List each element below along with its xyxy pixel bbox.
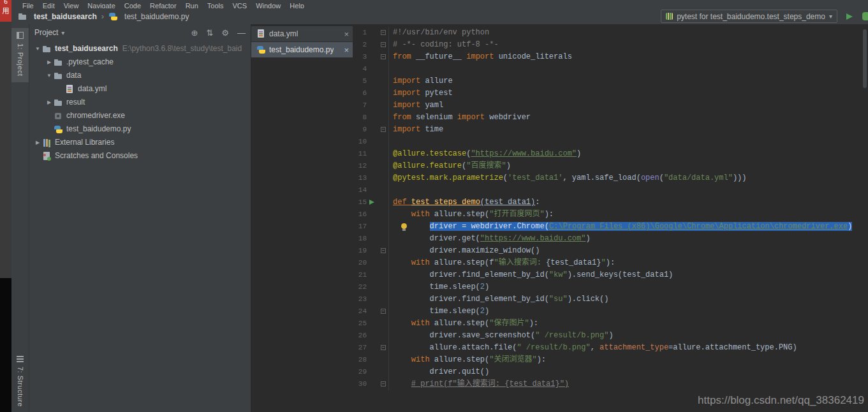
tree-down-arrow-icon[interactable]: ▼	[45, 69, 54, 82]
chevron-down-icon[interactable]: ▾	[61, 29, 64, 36]
menu-item-vcs[interactable]: VCS	[228, 2, 252, 8]
fold-icon[interactable]	[381, 42, 386, 47]
fold-icon[interactable]	[381, 30, 386, 35]
code-line-2[interactable]: 2# -*- coding: utf-8 -*-	[353, 39, 868, 51]
code-line-9[interactable]: 9import time	[353, 124, 868, 136]
run-configuration-select[interactable]: pytest for test_baidudemo.test_steps_dem…	[661, 10, 837, 23]
menu-item-help[interactable]: Help	[285, 2, 309, 8]
code-line-25[interactable]: 25 with allure.step("保存图片"):	[353, 318, 868, 330]
code-line-24[interactable]: 24 time.sleep(2)	[353, 305, 868, 318]
code-area[interactable]: 1#!/usr/bin/env python2# -*- coding: utf…	[353, 24, 868, 390]
code-line-26[interactable]: 26 driver.save_screenshot(" /result/b.pn…	[353, 330, 868, 342]
tree-item-test_baidudemo.py[interactable]: test_baidudemo.py	[29, 122, 251, 136]
code-line-15[interactable]: 15def test_steps_demo(test_data1):	[353, 196, 868, 209]
code-line-29[interactable]: 29 driver.quit()	[353, 366, 868, 378]
code-line-21[interactable]: 21 driver.find_element_by_id("kw").send_…	[353, 269, 868, 281]
menu-item-code[interactable]: Code	[120, 2, 145, 8]
fold-icon[interactable]	[381, 309, 386, 314]
editor[interactable]: 1#!/usr/bin/env python2# -*- coding: utf…	[353, 24, 868, 412]
collapse-all-icon[interactable]: ⇅	[206, 29, 213, 37]
intention-bulb-icon[interactable]	[401, 223, 407, 229]
tree-right-arrow-icon[interactable]: ▶	[33, 136, 42, 149]
code-line-19[interactable]: 19 driver.maximize_window()	[353, 245, 868, 257]
menu-item-tools[interactable]: Tools	[203, 2, 228, 8]
menu-item-view[interactable]: View	[59, 2, 84, 8]
tree-item-data[interactable]: ▼data	[29, 69, 251, 82]
editor-tab-data.yml[interactable]: data.yml×	[251, 26, 353, 42]
tree-item-data.yml[interactable]: data.yml	[29, 82, 251, 96]
code-line-30[interactable]: 30 # print(f"输入搜索词: {test_data1}")	[353, 378, 868, 390]
run-button[interactable]	[846, 13, 853, 20]
menu-item-navigate[interactable]: Navigate	[83, 2, 119, 8]
fold-icon[interactable]	[381, 381, 386, 386]
menu-item-file[interactable]: File	[18, 2, 38, 8]
code-line-18[interactable]: 18 driver.get("https://www.baidu.com")	[353, 233, 868, 245]
hide-panel-icon[interactable]: —	[237, 29, 246, 37]
project-panel-title[interactable]: Project	[34, 28, 58, 37]
tree-right-arrow-icon[interactable]: ▶	[45, 55, 54, 69]
code-line-17[interactable]: 17 driver = webdriver.Chrome(C:\Program …	[353, 221, 868, 233]
code-token: "kw"	[549, 270, 568, 279]
code-line-5[interactable]: 5import allure	[353, 75, 868, 87]
code-line-23[interactable]: 23 driver.find_element_by_id("su").click…	[353, 293, 868, 305]
fold-icon[interactable]	[381, 345, 386, 350]
tree-down-arrow-icon[interactable]: ▼	[33, 42, 42, 55]
locate-icon[interactable]: ⊕	[191, 29, 198, 37]
menu-item-run[interactable]: Run	[181, 2, 203, 8]
line-number: 7	[353, 99, 367, 112]
py-icon	[54, 125, 63, 134]
code-line-13[interactable]: 13@pytest.mark.parametrize('test_data1',…	[353, 172, 868, 184]
breadcrumb-project[interactable]: test_baidusearch	[34, 12, 97, 21]
code-line-28[interactable]: 28 with allure.step("关闭浏览器"):	[353, 354, 868, 366]
gutter-actions	[367, 257, 389, 269]
tree-item-.pytest_cache[interactable]: ▶.pytest_cache	[29, 55, 251, 69]
code-line-7[interactable]: 7import yaml	[353, 99, 868, 112]
menu-item-edit[interactable]: Edit	[38, 2, 59, 8]
fold-icon[interactable]	[381, 248, 386, 253]
code-line-22[interactable]: 22 time.sleep(2)	[353, 281, 868, 293]
code-token: (	[503, 173, 508, 182]
code-text: driver.save_screenshot(" /result/b.png")	[393, 330, 614, 342]
tree-item-chromedriver.exe[interactable]: chromedriver.exe	[29, 109, 251, 122]
code-line-3[interactable]: 3from __future__ import unicode_literals	[353, 51, 868, 63]
tool-tab-project[interactable]: 1: Project	[11, 28, 29, 82]
code-token: )	[485, 283, 489, 291]
code-text: with allure.step("关闭浏览器"):	[393, 354, 546, 366]
code-line-12[interactable]: 12@allure.feature("百度搜索")	[353, 160, 868, 172]
breadcrumb-file[interactable]: test_baidudemo.py	[124, 12, 189, 21]
debug-icon[interactable]	[862, 12, 868, 20]
tree-item-result[interactable]: ▶result	[29, 96, 251, 109]
editor-tab-test_baidudemo.py[interactable]: test_baidudemo.py×	[251, 42, 353, 58]
code-line-27[interactable]: 27 allure.attach.file(" /result/b.png", …	[353, 342, 868, 354]
tree-right-arrow-icon[interactable]: ▶	[45, 96, 54, 109]
code-line-4[interactable]: 4	[353, 63, 868, 75]
code-line-11[interactable]: 11@allure.testcase("https://www.baidu.co…	[353, 148, 868, 160]
tree-item-test_baidusearch[interactable]: ▼test_baidusearchE:\python3.6.8\test_stu…	[29, 42, 251, 55]
settings-gear-icon[interactable]: ⚙	[221, 29, 229, 37]
tree-item-scratches and consoles[interactable]: Scratches and Consoles	[29, 149, 251, 163]
code-token: 2	[480, 307, 485, 316]
code-line-1[interactable]: 1#!/usr/bin/env python	[353, 27, 868, 39]
close-tab-icon[interactable]: ×	[340, 29, 349, 39]
code-line-20[interactable]: 20 with allure.step(f"输入搜索词: {test_data1…	[353, 257, 868, 269]
code-line-14[interactable]: 14	[353, 184, 868, 196]
code-token: :	[535, 198, 540, 207]
menu-item-refactor[interactable]: Refactor	[145, 2, 181, 8]
menu-item-window[interactable]: Window	[251, 2, 285, 8]
code-line-10[interactable]: 10	[353, 136, 868, 148]
editor-scrollbar[interactable]	[862, 24, 868, 412]
code-line-6[interactable]: 6import pytest	[353, 87, 868, 99]
run-test-icon[interactable]	[369, 200, 374, 205]
tool-tab-project-label: 1: Project	[17, 43, 24, 76]
tool-tab-structure[interactable]: 7: Structure	[11, 356, 29, 407]
line-number: 20	[353, 257, 367, 269]
line-number: 11	[353, 148, 367, 160]
code-token: 2	[480, 283, 485, 291]
tree-item-external libraries[interactable]: ▶External Libraries	[29, 136, 251, 149]
fold-icon[interactable]	[381, 127, 386, 132]
code-line-16[interactable]: 16 with allure.step("打开百度网页"):	[353, 209, 868, 221]
breadcrumb-separator: ›	[101, 11, 104, 21]
code-line-8[interactable]: 8from selenium import webdriver	[353, 112, 868, 124]
close-tab-icon[interactable]: ×	[340, 45, 349, 55]
fold-icon[interactable]	[381, 54, 386, 59]
